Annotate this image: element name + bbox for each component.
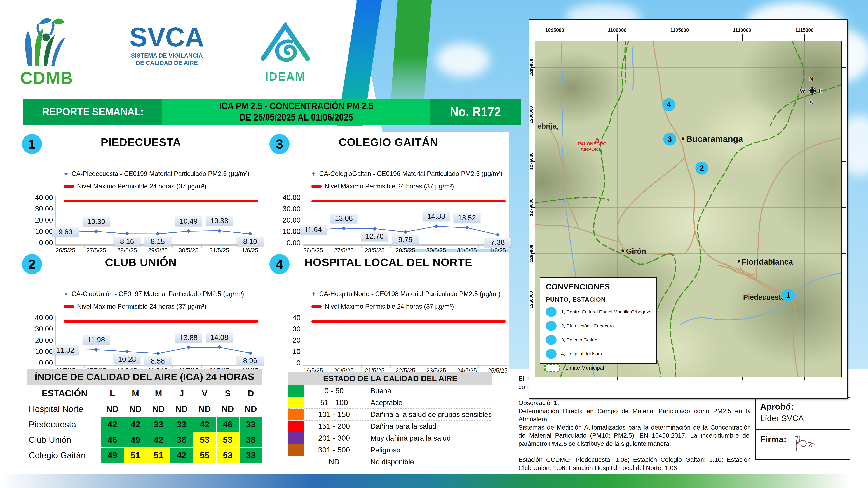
y-axis-line [55,196,56,245]
data-point-value-label: 10.49 [175,217,202,226]
data-point-value-label: 10.28 [114,354,141,364]
map-left-tick [531,207,535,208]
legend-series-label: CA-ClubUnión - CE0197 Material Particula… [71,290,244,298]
aprobo-value: Líder SVCA [760,414,804,423]
data-point-value-label: 9.63 [52,227,79,237]
legend-limit: Nivel Máximo Permisible 24 horas (37 µg/… [311,182,454,191]
estado-row: 51 - 100Aceptable [288,397,493,409]
note-observacion-body: Determinación Directa en Campo de Materi… [519,407,751,423]
convenciones-item-label: 3, Colegio Gaitán [561,337,597,343]
legend-series-label: CA-ColegioGaitán - CE0196 Material Parti… [319,170,502,177]
station-number-badge: 3 [270,134,289,154]
convenciones-limite-row: Límite Municipal [546,363,656,373]
map-marker-3: 3 [663,133,676,145]
estado-range: 151 - 200 [305,421,364,432]
map-marker-2: 2 [695,162,708,174]
map-marker-1: 1 [782,289,795,301]
legend-limit-label: Nivel Máximo Permisible 24 horas (37 µg/… [324,183,454,190]
map-right-tick [842,115,845,115]
estado-table-title: ESTADO DE LA CALIDAD DEL AIRE [288,372,493,385]
data-point-marker [156,232,160,236]
note-estaciones: Estación CCDMO- Piedecuesta: 1.08; Estac… [519,456,751,472]
y-axis-tick-label: 0 [269,359,301,367]
y-axis-tick-label: 20.00 [269,216,301,224]
data-point-value-label: 8.10 [237,237,264,247]
ica-station-name: Colegio Gaitán [27,448,100,462]
y-axis-tick-label: 40.00 [22,314,53,322]
map-marker-1-label: 1 [786,291,790,299]
legend-limit-label: Nivel Máximo Permisible 24 horas (37 µg/… [77,303,206,310]
convenciones-item: 2, Club Unión - Cabecera [546,321,656,331]
ica-table-row: Hospital NorteNDNDNDNDNDNDND [27,401,262,416]
cdmb-label: CDMB [17,68,76,88]
map-left-tick [531,115,535,115]
map-left-tick [531,253,535,254]
compass-s: S [800,100,823,106]
chart-title: HOSPITAL LOCAL DEL NORTE [292,256,485,269]
ica-value-cell: 53 [193,432,216,447]
label-airport-line2: AIRPORT [581,147,601,152]
data-point-value-label: 13.88 [175,333,202,343]
estado-color-swatch [288,444,305,456]
convenciones-items: 1, Centro Cultural Daniel Mantilla Orbeg… [546,307,656,359]
data-point-marker [434,224,438,228]
estado-label: Dañina a la salud de grupos sensibles [364,409,493,420]
data-point-value-label: 13.52 [454,213,480,223]
ica-value-cell: 33 [170,417,193,432]
estado-range: 0 - 50 [305,385,364,396]
limit-marker-icon [64,305,74,308]
compass-e: E [819,88,823,94]
estado-label: Aceptable [364,397,493,409]
convenciones-item: 4, Hospital del Norte [546,349,656,359]
y-axis-tick-label: 10.00 [22,227,53,235]
convenciones-title: CONVENCIONES [546,282,656,291]
map-top-tick [617,34,618,40]
ica-value-cell: 46 [101,432,124,447]
estado-label: Peligroso [364,444,493,456]
ica-value-cell: 42 [193,417,216,432]
data-point-value-label: 12.70 [361,231,388,241]
limit-marker-icon [311,305,322,308]
series-marker-icon [311,292,316,296]
y-axis-tick-label: 0.00 [269,239,301,247]
convenciones-item: 1, Centro Cultural Daniel Mantilla Orbeg… [546,307,656,317]
report-title-line2: DE 26/05/2025 AL 01/06/2025 [219,112,373,123]
data-point-value-label: 14.08 [206,332,233,342]
data-point-marker [217,229,221,233]
map-top-coordinate: 1110000 [724,27,760,33]
data-point-marker [187,346,191,350]
estado-range: ND [305,456,364,467]
station-point-icon [546,307,557,317]
svca-title: SVCA [111,25,222,49]
compass-n: N [800,75,823,82]
data-point-value-label: 8.96 [237,356,264,366]
firma-box: Firma: [755,429,850,460]
chart-colegio-gaitan: 3COLEGIO GAITÁNCA-ColegioGaitán - CE0196… [267,132,508,249]
estado-label: Buena [364,385,493,396]
cdmb-logo-shape [25,31,32,66]
map-top-tick [742,34,743,40]
compass-w: W [800,88,806,94]
chart-hospital-norte: 4HOSPITAL LOCAL DEL NORTECA-HospitalNort… [267,252,508,369]
x-axis-line [303,245,508,246]
y-axis-line [303,196,303,245]
data-point-marker [248,232,252,236]
y-axis-tick-label: 10.00 [22,348,53,356]
map-left-tick [531,300,535,300]
chart-title: COLEGIO GAITÁN [292,136,485,149]
estado-color-swatch [288,409,305,420]
ica-header-day: L [101,386,124,401]
legend-series-label: CA-Piedecuesta - CE0199 Material Particu… [71,170,249,177]
map-top-coordinate: 1100000 [599,27,635,33]
svca-subtitle-line2: DE CALIDAD DE AIRE [111,59,222,67]
series-marker-icon [64,171,68,176]
estado-range: 101 - 150 [305,409,364,420]
data-point-marker [125,350,129,354]
y-axis-tick-label: 40.00 [269,194,301,202]
map-top-coordinate: 1105000 [662,27,698,33]
ica-value-cell: 51 [147,448,170,462]
svca-subtitle: SISTEMA DE VIGILANCIA DE CALIDAD DE AIRE [111,52,222,67]
y-axis-tick-label: 30.00 [269,205,301,213]
data-point-marker [125,232,129,236]
chart-club-union: 2CLUB UNIÓNCA-ClubUnión - CE0197 Materia… [20,252,261,369]
